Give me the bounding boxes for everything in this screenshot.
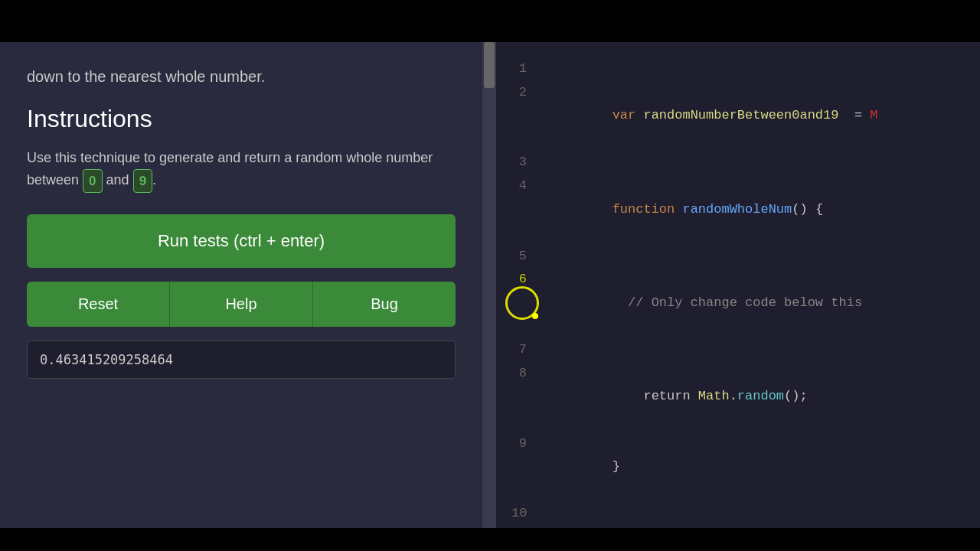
code-line-2: 2 var randomNumberBetween0and19 = M <box>511 81 965 152</box>
line-num-4: 4 <box>511 174 527 198</box>
code-line-4: 4 function randomWholeNum() { <box>511 174 965 245</box>
line-num-8: 8 <box>511 362 527 386</box>
code-line-5: 5 <box>511 245 965 269</box>
line-num-6: 6 <box>511 268 527 292</box>
action-buttons-group: Reset Help Bug <box>27 282 456 327</box>
bug-button[interactable]: Bug <box>312 282 456 327</box>
instructions-heading: Instructions <box>27 105 456 133</box>
line-content-4: function randomWholeNum() { <box>550 174 823 245</box>
line-num-5: 5 <box>511 245 527 269</box>
line-num-9: 9 <box>511 432 527 456</box>
instructions-body: Use this technique to generate and retur… <box>27 147 456 193</box>
scrollbar-thumb[interactable] <box>484 42 495 88</box>
and-text: and <box>106 172 129 187</box>
code-line-3: 3 <box>511 151 965 174</box>
code-line-9: 9 } <box>511 432 965 503</box>
line-num-3: 3 <box>511 151 527 174</box>
code-editor: 1 2 var randomNumberBetween0and19 = M 3 … <box>496 42 980 551</box>
left-panel: down to the nearest whole number. Instru… <box>0 42 482 551</box>
output-box: 0.463415209258464 <box>27 341 456 379</box>
code-line-7: 7 <box>511 338 965 362</box>
line-content-6: // Only change code below this <box>550 268 862 338</box>
line-content-9: } <box>550 432 620 503</box>
code-lines: 1 2 var randomNumberBetween0and19 = M 3 … <box>496 57 980 526</box>
line-content-8: return Math.random(); <box>550 362 808 432</box>
help-button[interactable]: Help <box>169 282 312 327</box>
code-line-10: 10 <box>511 502 965 526</box>
code-line-1: 1 <box>511 57 965 81</box>
line-num-10: 10 <box>511 502 527 526</box>
badge-9: 9 <box>133 169 152 193</box>
line-num-1: 1 <box>511 57 527 81</box>
line-content-2: var randomNumberBetween0and19 = M <box>550 81 878 152</box>
badge-0: 0 <box>83 169 102 193</box>
bottom-bar <box>0 528 980 551</box>
subtitle-text: down to the nearest whole number. <box>27 65 456 88</box>
code-line-8: 8 return Math.random(); <box>511 362 965 432</box>
top-bar <box>0 0 980 42</box>
code-line-6: 6 // Only change code below this <box>511 268 965 338</box>
scrollbar[interactable] <box>482 42 496 551</box>
line-num-2: 2 <box>511 81 527 105</box>
cursor-dot <box>532 313 538 319</box>
reset-button[interactable]: Reset <box>27 282 169 327</box>
line-num-7: 7 <box>511 338 527 362</box>
run-tests-button[interactable]: Run tests (ctrl + enter) <box>27 214 456 268</box>
